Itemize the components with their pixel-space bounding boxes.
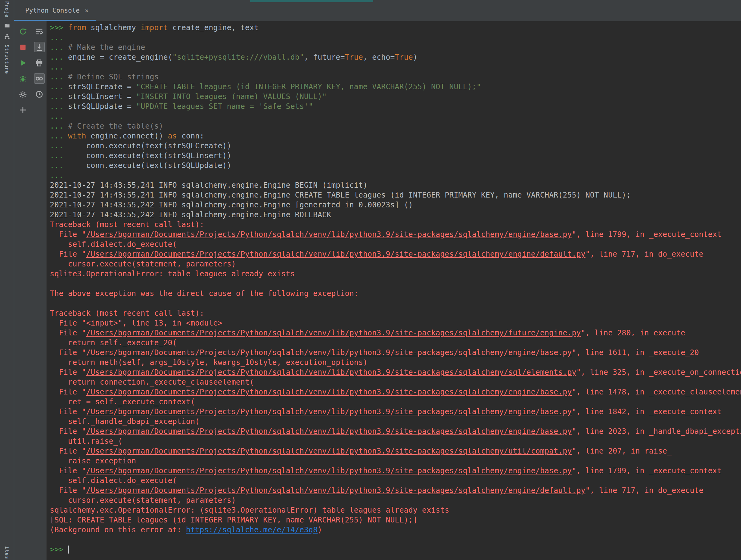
traceback-file-link[interactable]: /Users/bgorman/Documents/Projects/Python…: [86, 250, 585, 259]
error-text: self.dialect.do_execute(: [50, 476, 177, 485]
console-prompt: ...: [50, 142, 68, 150]
console-line: cursor.execute(statement, parameters): [50, 259, 741, 269]
console-line: 2021-10-27 14:43:55,242 INFO sqlalchemy.…: [50, 200, 741, 210]
console-line: Traceback (most recent call last):: [50, 220, 741, 229]
error-text: ", line 1842, in _execute_context: [572, 407, 722, 416]
error-text: ", line 280, in execute: [581, 329, 685, 337]
console-output[interactable]: >>> from sqlalchemy import create_engine…: [47, 21, 741, 560]
error-text: self.dialect.do_execute(: [50, 240, 177, 249]
settings-button[interactable]: [18, 89, 28, 99]
console-line: ... strSQLUpdate = "UPDATE leagues SET n…: [50, 101, 741, 112]
log-text: 2021-10-27 14:43:55,242 INFO sqlalchemy.…: [50, 210, 331, 219]
console-line: ... conn.execute(text(strSQLUpdate)): [50, 161, 741, 170]
print-button[interactable]: [34, 58, 45, 68]
log-text: 2021-10-27 14:43:55,242 INFO sqlalchemy.…: [50, 201, 413, 209]
code-keyword: with: [68, 132, 86, 140]
traceback-file-link[interactable]: /Users/bgorman/Documents/Projects/Python…: [86, 407, 572, 416]
ide-window: Proje Structure ites Python Console: [0, 0, 741, 560]
console-line: self.dialect.do_execute(: [50, 239, 741, 249]
console-line: util.raise_(: [50, 436, 741, 446]
attach-debugger-button[interactable]: [18, 73, 28, 84]
soft-wrap-icon: [35, 27, 44, 36]
code-text: , echo=: [363, 53, 395, 62]
text-cursor: [68, 546, 69, 554]
soft-wrap-button[interactable]: [34, 26, 45, 37]
console-line: ...: [50, 170, 741, 180]
console-line: sqlite3.OperationalError: table leagues …: [50, 269, 741, 279]
traceback-file-link[interactable]: /Users/bgorman/Documents/Projects/Python…: [86, 486, 585, 495]
code-text: conn.execute(text(strSQLCreate)): [68, 142, 231, 150]
console-line: File "/Users/bgorman/Documents/Projects/…: [50, 249, 741, 259]
tool-window-stripe-bottom: ites: [0, 546, 14, 559]
tab-python-console[interactable]: Python Console ×: [14, 0, 96, 21]
top-accent-bar: [250, 0, 373, 2]
error-text: cursor.execute(statement, parameters): [50, 260, 236, 268]
console-prompt: ...: [50, 82, 68, 91]
console-line: [50, 298, 741, 308]
printer-icon: [35, 59, 44, 67]
console-prompt: ...: [50, 132, 68, 140]
traceback-file-link[interactable]: /Users/bgorman/Documents/Projects/Python…: [86, 329, 581, 337]
console-line: [50, 279, 741, 289]
error-text: Traceback (most recent call last):: [50, 309, 204, 318]
traceback-file-link[interactable]: /Users/bgorman/Documents/Projects/Python…: [86, 368, 577, 376]
code-string: "INSERT INTO leagues (name) VALUES (NULL…: [136, 92, 327, 101]
error-text: raise exception: [50, 457, 136, 465]
traceback-file-link[interactable]: /Users/bgorman/Documents/Projects/Python…: [86, 348, 572, 357]
console-line: File "/Users/bgorman/Documents/Projects/…: [50, 426, 741, 436]
run-button[interactable]: [18, 58, 28, 68]
tool-window-stripe-top: Proje Structure: [4, 0, 10, 74]
code-text: conn:: [177, 132, 204, 140]
traceback-file-link[interactable]: /Users/bgorman/Documents/Projects/Python…: [86, 388, 572, 396]
error-text: ", line 207, in raise_: [572, 447, 671, 456]
console-line: return connection._execute_clauseelement…: [50, 377, 741, 387]
project-folder-icon[interactable]: [4, 22, 10, 28]
console-line: File "/Users/bgorman/Documents/Projects/…: [50, 466, 741, 476]
console-line: ...: [50, 112, 741, 121]
stop-button[interactable]: [18, 42, 28, 52]
error-text: ", line 1478, in _execute_clauseelement: [572, 388, 741, 396]
structure-icon[interactable]: [4, 33, 10, 40]
traceback-file-link[interactable]: /Users/bgorman/Documents/Projects/Python…: [86, 447, 572, 456]
tool-window-button-project[interactable]: Proje: [4, 1, 10, 17]
code-keyword: True: [395, 53, 413, 62]
code-keyword: True: [345, 53, 363, 62]
console-line: raise exception: [50, 456, 741, 466]
tool-window-button-favorites[interactable]: ites: [4, 546, 10, 559]
add-console-button[interactable]: [18, 104, 28, 115]
tab-close-icon[interactable]: ×: [85, 7, 89, 14]
error-text: sqlite3.OperationalError: table leagues …: [50, 270, 295, 278]
traceback-file-link[interactable]: /Users/bgorman/Documents/Projects/Python…: [86, 467, 572, 475]
error-text: File ": [50, 348, 86, 357]
console-tab-bar: Python Console ×: [14, 0, 741, 21]
console-line: File "/Users/bgorman/Documents/Projects/…: [50, 229, 741, 239]
show-variables-button[interactable]: [34, 73, 45, 84]
console-line: File "<input>", line 13, in <module>: [50, 318, 741, 328]
error-text: File ": [50, 329, 86, 337]
console-tool-window: Python Console ×: [14, 0, 741, 560]
code-text: conn.execute(text(strSQLInsert)): [68, 151, 231, 160]
console-line: ... # Create the table(s): [50, 121, 741, 131]
plus-icon: [19, 106, 27, 114]
code-text: conn.execute(text(strSQLUpdate)): [68, 161, 231, 170]
console-line: ... conn.execute(text(strSQLCreate)): [50, 141, 741, 151]
scroll-to-end-button[interactable]: [34, 42, 45, 52]
bug-icon: [19, 74, 27, 83]
console-prompt: ...: [50, 53, 68, 62]
error-text: File ": [50, 427, 86, 436]
traceback-file-link[interactable]: /Users/bgorman/Documents/Projects/Python…: [86, 427, 572, 436]
console-line: cursor.execute(statement, parameters): [50, 495, 741, 505]
history-clock-icon: [35, 90, 44, 98]
history-button[interactable]: [34, 89, 45, 99]
rerun-button[interactable]: [18, 26, 28, 37]
console-line: 2021-10-27 14:43:55,242 INFO sqlalchemy.…: [50, 210, 741, 220]
traceback-file-link[interactable]: /Users/bgorman/Documents/Projects/Python…: [86, 230, 572, 239]
code-text: ): [413, 53, 418, 62]
console-line: [50, 535, 741, 545]
console-line: ... # Define SQL strings: [50, 72, 741, 82]
console-output-toolbar: [32, 21, 47, 560]
tool-window-button-structure[interactable]: Structure: [4, 45, 10, 74]
error-text: sqlalchemy.exc.OperationalError: (sqlite…: [50, 506, 449, 514]
error-doc-link[interactable]: https://sqlalche.me/e/14/e3q8: [186, 526, 318, 534]
console-line: self.dialect.do_execute(: [50, 476, 741, 486]
